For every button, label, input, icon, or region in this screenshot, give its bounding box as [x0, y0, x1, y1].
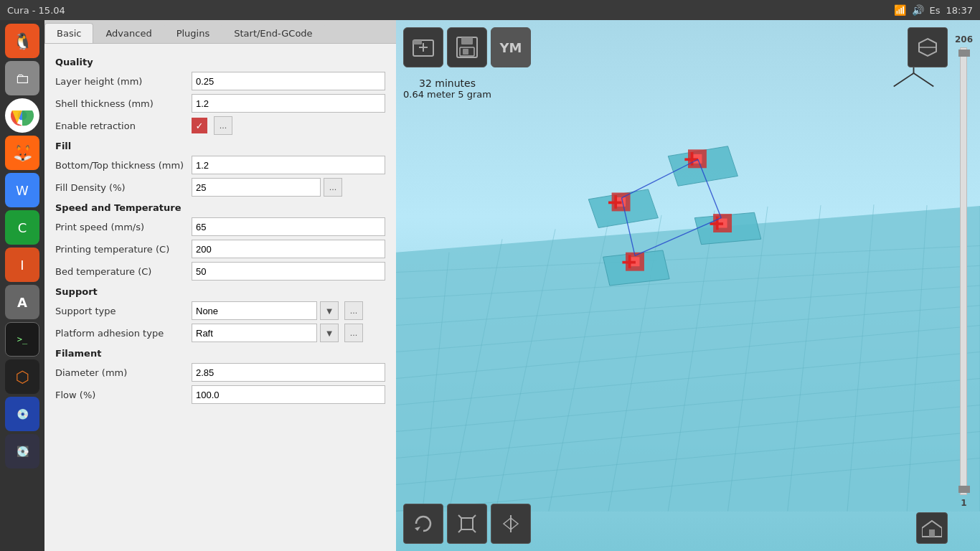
- support-type-select[interactable]: None Touching buildplate Everywhere: [192, 301, 317, 320]
- svg-line-68: [458, 529, 461, 532]
- bed-temp-input[interactable]: [192, 262, 385, 281]
- layer-height-row: Layer height (mm): [55, 72, 385, 90]
- slider-track[interactable]: [960, 47, 967, 495]
- sidebar-item-terminal[interactable]: >_: [5, 322, 39, 357]
- bottom-toolbar: [403, 504, 531, 544]
- svg-line-69: [473, 529, 476, 532]
- svg-marker-71: [504, 518, 511, 529]
- save-file-button[interactable]: [447, 27, 487, 67]
- slider-top-value: 206: [955, 34, 973, 44]
- home-view-button[interactable]: [916, 512, 948, 544]
- print-temp-label: Printing temperature (C): [55, 244, 192, 255]
- svg-marker-72: [511, 518, 518, 529]
- fill-density-dots-button[interactable]: ...: [324, 178, 342, 197]
- diameter-label: Diameter (mm): [55, 367, 192, 378]
- svg-line-67: [473, 515, 476, 518]
- bed-temp-label: Bed temperature (C): [55, 266, 192, 277]
- layer-view-button[interactable]: [908, 27, 948, 67]
- support-section-title: Support: [55, 286, 385, 297]
- app-sidebar: 🐧 🗀 🦊 W C I A >_ ⬡ 💿 💽: [0, 20, 44, 551]
- svg-marker-64: [415, 527, 420, 531]
- svg-rect-55: [413, 40, 422, 44]
- support-type-dropdown-wrapper: None Touching buildplate Everywhere ▼ ..…: [192, 301, 363, 320]
- flow-row: Flow (%): [55, 385, 385, 404]
- print-temp-input[interactable]: [192, 240, 385, 258]
- sidebar-item-font[interactable]: A: [5, 285, 39, 319]
- print-speed-input[interactable]: [192, 217, 385, 236]
- retraction-dots-button[interactable]: ...: [214, 116, 232, 135]
- viewport[interactable]: YM 32 minutes 0.64 meter 5 gram 206 1: [396, 20, 980, 551]
- slider-thumb-top[interactable]: [958, 50, 970, 57]
- tab-basic[interactable]: Basic: [44, 23, 93, 43]
- sidebar-item-writer[interactable]: W: [5, 173, 39, 207]
- scale-button[interactable]: [447, 504, 487, 544]
- slider-thumb-bottom[interactable]: [958, 486, 970, 493]
- platform-adhesion-select[interactable]: None Brim Raft: [192, 324, 317, 342]
- layer-height-label: Layer height (mm): [55, 76, 192, 87]
- app-title: Cura - 15.04: [7, 5, 65, 16]
- bottom-top-input[interactable]: [192, 156, 385, 174]
- ym-button[interactable]: YM: [491, 27, 531, 67]
- clock: 18:37: [946, 5, 973, 16]
- bottom-top-row: Bottom/Top thickness (mm): [55, 156, 385, 174]
- support-type-row: Support type None Touching buildplate Ev…: [55, 301, 385, 320]
- titlebar: Cura - 15.04 📶 🔊 Es 18:37: [0, 0, 980, 20]
- shell-thickness-label: Shell thickness (mm): [55, 98, 192, 109]
- platform-adhesion-row: Platform adhesion type None Brim Raft ▼ …: [55, 324, 385, 342]
- rotate-button[interactable]: [403, 504, 443, 544]
- layer-slider[interactable]: 206 1: [955, 34, 973, 508]
- volume-icon: 🔊: [912, 4, 924, 16]
- platform-adhesion-label: Platform adhesion type: [55, 328, 192, 339]
- load-file-button[interactable]: [403, 27, 443, 67]
- sidebar-item-chrome[interactable]: [5, 98, 39, 133]
- bottom-top-label: Bottom/Top thickness (mm): [55, 160, 192, 171]
- speed-temp-section-title: Speed and Temperature: [55, 202, 385, 213]
- platform-adhesion-dropdown-wrapper: None Brim Raft ▼ ...: [192, 324, 363, 342]
- sidebar-item-calc[interactable]: C: [5, 210, 39, 245]
- sidebar-item-disk2[interactable]: 💽: [5, 434, 39, 468]
- support-type-arrow[interactable]: ▼: [320, 301, 339, 320]
- print-material: 0.64 meter 5 gram: [403, 89, 491, 100]
- enable-retraction-checkbox[interactable]: [192, 118, 207, 133]
- quality-section-title: Quality: [55, 57, 385, 67]
- flow-input[interactable]: [192, 385, 385, 404]
- enable-retraction-checkbox-wrapper: ...: [192, 116, 232, 135]
- layer-height-input[interactable]: [192, 72, 385, 90]
- svg-rect-61: [463, 49, 468, 55]
- toolbar: YM: [403, 27, 531, 67]
- sidebar-item-impress[interactable]: I: [5, 248, 39, 282]
- print-time: 32 minutes: [403, 77, 491, 89]
- sidebar-item-files[interactable]: 🗀: [5, 61, 39, 95]
- svg-rect-36: [608, 202, 622, 204]
- sidebar-item-blender[interactable]: ⬡: [5, 359, 39, 394]
- sidebar-item-disk1[interactable]: 💿: [5, 397, 39, 431]
- diameter-input[interactable]: [192, 363, 385, 382]
- slider-bottom-value: 1: [961, 498, 966, 508]
- svg-rect-41: [710, 222, 724, 225]
- tab-start-end-gcode[interactable]: Start/End-GCode: [222, 23, 324, 43]
- fill-density-input[interactable]: [192, 178, 321, 197]
- language-indicator: Es: [930, 5, 941, 16]
- tab-plugins[interactable]: Plugins: [164, 23, 222, 43]
- platform-adhesion-dots[interactable]: ...: [344, 324, 363, 342]
- system-tray: 📶 🔊 Es 18:37: [887, 0, 980, 20]
- print-temp-row: Printing temperature (C): [55, 240, 385, 258]
- tab-advanced[interactable]: Advanced: [93, 23, 164, 43]
- shell-thickness-row: Shell thickness (mm): [55, 94, 385, 113]
- mirror-button[interactable]: [491, 504, 531, 544]
- platform-adhesion-arrow[interactable]: ▼: [320, 324, 339, 342]
- svg-rect-74: [929, 529, 935, 537]
- bed-temp-row: Bed temperature (C): [55, 262, 385, 281]
- support-type-label: Support type: [55, 306, 192, 316]
- filament-section-title: Filament: [55, 348, 385, 359]
- sidebar-item-firefox[interactable]: 🦊: [5, 136, 39, 170]
- network-icon: 📶: [894, 4, 906, 16]
- tab-bar: Basic Advanced Plugins Start/End-GCode: [44, 20, 396, 44]
- support-type-dots[interactable]: ...: [344, 301, 363, 320]
- fill-section-title: Fill: [55, 141, 385, 151]
- svg-line-66: [458, 515, 461, 518]
- sidebar-item-ubuntu[interactable]: 🐧: [5, 24, 39, 58]
- print-info: 32 minutes 0.64 meter 5 gram: [403, 77, 491, 100]
- shell-thickness-input[interactable]: [192, 94, 385, 113]
- fill-density-row: Fill Density (%) ...: [55, 178, 385, 197]
